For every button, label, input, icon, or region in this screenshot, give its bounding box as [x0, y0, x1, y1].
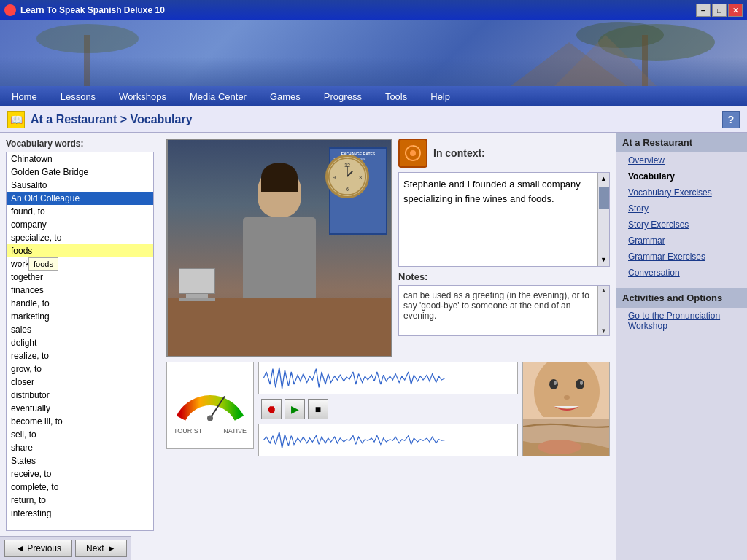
- vocab-item[interactable]: share: [7, 441, 153, 454]
- right-nav-item-overview[interactable]: Overview: [616, 152, 747, 168]
- notes-scroll-up[interactable]: ▲: [598, 286, 609, 295]
- right-nav-items: OverviewVocabularyVocabulary ExercisesSt…: [616, 152, 747, 281]
- svg-point-28: [538, 440, 581, 454]
- vocab-item[interactable]: eventually: [7, 402, 153, 415]
- navbar: Home Lessons Workshops Media Center Game…: [0, 86, 747, 106]
- record-button[interactable]: ⏺: [261, 399, 282, 419]
- vocab-item[interactable]: marketing: [7, 310, 153, 323]
- vocab-item[interactable]: interesting: [7, 507, 153, 520]
- activities-title: Activities and Options: [616, 288, 747, 308]
- breadcrumb-title: At a Restaurant > Vocabulary: [31, 113, 193, 126]
- scroll-up[interactable]: ▲: [598, 173, 609, 186]
- right-sidebar: At a Restaurant OverviewVocabularyVocabu…: [616, 133, 747, 560]
- vocab-item[interactable]: together: [7, 271, 153, 284]
- maximize-button[interactable]: □: [712, 4, 727, 17]
- scroll-down[interactable]: ▼: [598, 254, 609, 267]
- context-scrollbar[interactable]: ▲ ▼: [597, 173, 609, 266]
- right-nav-item-story-exercises[interactable]: Story Exercises: [616, 217, 747, 233]
- stop-button[interactable]: ■: [308, 399, 328, 419]
- main-content: Vocabulary words: ChinatownGolden Gate B…: [0, 133, 747, 560]
- titlebar: Learn To Speak Spanish Deluxe 10 − □ ✕: [0, 0, 747, 20]
- nav-games[interactable]: Games: [258, 86, 312, 106]
- gauge-panel: TOURIST NATIVE: [166, 362, 254, 449]
- right-section-title: At a Restaurant: [616, 133, 747, 152]
- mouth-diagram-bottom: [523, 419, 609, 456]
- app-logo: [4, 4, 16, 16]
- vocab-item[interactable]: handle, to: [7, 297, 153, 310]
- svg-rect-4: [84, 35, 90, 86]
- previous-button[interactable]: ◄ Previous: [4, 540, 72, 557]
- svg-text:6: 6: [346, 186, 349, 192]
- svg-point-26: [564, 395, 570, 400]
- vocab-item[interactable]: delight: [7, 336, 153, 349]
- vocab-item[interactable]: States: [7, 454, 153, 467]
- context-audio-icon[interactable]: [398, 139, 427, 168]
- vocab-item[interactable]: found, to: [7, 205, 153, 218]
- nav-help[interactable]: Help: [419, 86, 462, 106]
- right-nav-item-grammar[interactable]: Grammar: [616, 233, 747, 249]
- notes-scroll-down[interactable]: ▼: [598, 326, 609, 335]
- play-button[interactable]: ▶: [285, 399, 305, 419]
- vocab-item[interactable]: sales: [7, 323, 153, 336]
- desk: [168, 298, 391, 356]
- window-buttons: − □ ✕: [696, 4, 743, 17]
- vocab-item[interactable]: Sausalito: [7, 179, 153, 192]
- svg-point-18: [207, 416, 213, 421]
- nav-home[interactable]: Home: [0, 86, 49, 106]
- activity-pronunciation[interactable]: Go to the Pronunciation Workshop: [616, 308, 747, 334]
- help-button[interactable]: ?: [722, 111, 740, 128]
- video-frame: EXCHANGE RATES TRAVELER'S CHOICES USD ▓▓…: [166, 139, 392, 357]
- right-nav-item-vocabulary-exercises[interactable]: Vocabulary Exercises: [616, 184, 747, 201]
- notes-scroll-track: [598, 295, 609, 326]
- breadcrumb-icon: 📖: [7, 111, 25, 128]
- right-nav-item-conversation[interactable]: Conversation: [616, 265, 747, 281]
- nav-media-center[interactable]: Media Center: [178, 86, 258, 106]
- vocab-item[interactable]: An Old Colleague: [7, 192, 153, 205]
- scrollbar-thumb[interactable]: [599, 187, 609, 209]
- vocab-item[interactable]: realize, to: [7, 349, 153, 362]
- next-button[interactable]: Next ►: [75, 540, 127, 557]
- next-label: Next: [86, 543, 104, 553]
- right-nav-item-grammar-exercises[interactable]: Grammar Exercises: [616, 249, 747, 265]
- notes-label: Notes:: [398, 271, 610, 282]
- nav-progress[interactable]: Progress: [312, 86, 374, 106]
- vocab-item[interactable]: closer: [7, 376, 153, 389]
- top-section: EXCHANGE RATES TRAVELER'S CHOICES USD ▓▓…: [166, 139, 610, 357]
- vocab-item[interactable]: specialize, to: [7, 231, 153, 244]
- pronunciation-gauge: [174, 376, 247, 427]
- vocab-item[interactable]: distributor: [7, 389, 153, 402]
- right-nav-item-vocabulary[interactable]: Vocabulary: [616, 168, 747, 184]
- center-content: EXCHANGE RATES TRAVELER'S CHOICES USD ▓▓…: [160, 133, 616, 560]
- svg-point-16: [410, 150, 416, 156]
- bottom-nav: ◄ Previous Next ►: [0, 536, 131, 560]
- vocab-item[interactable]: receive, to: [7, 467, 153, 481]
- video-content: EXCHANGE RATES TRAVELER'S CHOICES USD ▓▓…: [168, 140, 391, 356]
- vocab-item[interactable]: Golden Gate Bridge: [7, 166, 153, 179]
- close-button[interactable]: ✕: [728, 4, 743, 17]
- vocab-item[interactable]: sell, to: [7, 428, 153, 441]
- header-banner: [0, 20, 747, 86]
- vocab-item[interactable]: grow, to: [7, 362, 153, 376]
- nav-lessons[interactable]: Lessons: [49, 86, 107, 106]
- vocab-item[interactable]: finances: [7, 284, 153, 297]
- svg-point-23: [576, 379, 584, 389]
- vocab-item[interactable]: return, to: [7, 494, 153, 507]
- nav-tools[interactable]: Tools: [374, 86, 419, 106]
- gauge-native-label: NATIVE: [223, 427, 247, 435]
- vocab-item[interactable]: foodsfoods: [7, 244, 153, 257]
- right-nav-item-story[interactable]: Story: [616, 201, 747, 217]
- vocab-item[interactable]: become ill, to: [7, 415, 153, 428]
- vocab-label: Vocabulary words:: [6, 139, 154, 149]
- vocab-item[interactable]: Chinatown: [7, 152, 153, 166]
- notes-scrollbar[interactable]: ▲ ▼: [597, 286, 609, 335]
- app-title: Learn To Speak Spanish Deluxe 10: [20, 5, 696, 15]
- vocab-item[interactable]: complete, to: [7, 481, 153, 494]
- vocab-item[interactable]: company: [7, 218, 153, 231]
- prev-arrow-icon: ◄: [15, 543, 24, 553]
- vocab-list[interactable]: ChinatownGolden Gate BridgeSausalitoAn O…: [6, 152, 154, 531]
- minimize-button[interactable]: −: [696, 4, 711, 17]
- audio-section: TOURIST NATIVE: [166, 362, 610, 456]
- context-text-box: Stephanie and I founded a small company …: [398, 172, 610, 267]
- nav-workshops[interactable]: Workshops: [107, 86, 178, 106]
- notes-text: can be used as a greeting (in the evenin…: [403, 290, 605, 321]
